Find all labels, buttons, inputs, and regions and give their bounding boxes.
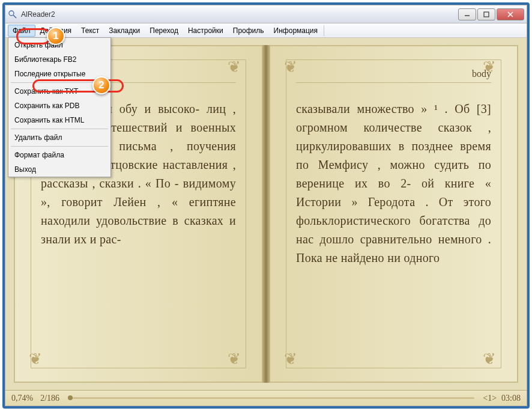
ornament-icon: ❦ — [284, 58, 304, 78]
menu-bookmarks[interactable]: Закладки — [104, 25, 145, 37]
dropdown-save-pdb[interactable]: Сохранить как PDB — [8, 99, 110, 113]
app-icon — [8, 10, 17, 19]
svg-line-1 — [13, 15, 16, 18]
file-dropdown: Открыть файл Библиотекарь FB2 Последние … — [8, 37, 111, 177]
titlebar: AlReader2 — [5, 5, 527, 23]
right-page-text: сказывали множество » ¹ . Об [3] огромно… — [296, 100, 491, 267]
ornament-icon: ❦ — [284, 350, 304, 370]
dropdown-save-html[interactable]: Сохранить как HTML — [8, 113, 110, 127]
status-time: 03:08 — [501, 394, 521, 403]
menu-file[interactable]: Файл — [8, 25, 35, 37]
dropdown-separator — [11, 129, 108, 129]
status-pages: 2/186 — [40, 394, 59, 403]
window-title: AlReader2 — [21, 10, 458, 19]
book-spine — [262, 45, 270, 383]
menubar: Файл Действия Текст Закладки Переход Нас… — [5, 23, 527, 38]
dropdown-file-format[interactable]: Формат файла — [8, 148, 110, 162]
ornament-icon: ❦ — [483, 350, 503, 370]
menu-text[interactable]: Текст — [76, 25, 104, 37]
minimize-button[interactable] — [458, 8, 476, 20]
svg-point-0 — [9, 11, 14, 16]
ornament-icon: ❦ — [228, 350, 248, 370]
dropdown-exit[interactable]: Выход — [8, 162, 110, 177]
menu-settings[interactable]: Настройки — [183, 25, 228, 37]
close-button[interactable] — [497, 8, 524, 20]
annotation-badge-1: 1 — [47, 27, 65, 45]
right-page-header: body — [296, 68, 491, 83]
ornament-icon: ❦ — [29, 350, 49, 370]
status-chapter: <1> — [483, 394, 497, 403]
annotation-badge-2: 2 — [92, 76, 110, 94]
app-window: AlReader2 Файл Действия Текст Закладки П… — [5, 5, 527, 406]
progress-slider[interactable] — [68, 397, 474, 399]
ornament-icon: ❦ — [483, 58, 503, 78]
right-page[interactable]: ❦ ❦ ❦ ❦ body сказывали множество » ¹ . О… — [270, 45, 518, 383]
menubar-separator — [324, 25, 324, 36]
ornament-icon: ❦ — [228, 58, 248, 78]
svg-rect-3 — [484, 12, 489, 17]
dropdown-delete-file[interactable]: Удалить файл — [8, 130, 110, 145]
window-controls — [458, 8, 524, 20]
maximize-button[interactable] — [477, 8, 495, 20]
dropdown-separator — [11, 146, 108, 147]
menu-goto[interactable]: Переход — [145, 25, 183, 37]
menu-info[interactable]: Информация — [269, 25, 322, 37]
statusbar: 0,74% 2/186 <1> 03:08 — [5, 390, 527, 406]
dropdown-librarian-fb2[interactable]: Библиотекарь FB2 — [8, 52, 110, 67]
status-percent: 0,74% — [11, 394, 33, 403]
menu-profile[interactable]: Профиль — [228, 25, 269, 37]
